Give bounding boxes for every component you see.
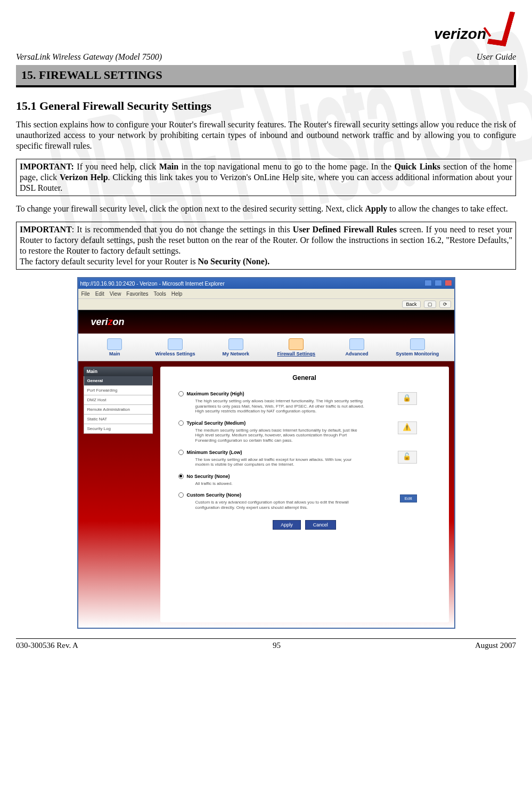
minimize-icon[interactable] — [424, 280, 432, 286]
lock-icon — [398, 392, 417, 405]
warning-icon — [398, 421, 417, 434]
close-icon[interactable] — [445, 280, 452, 286]
brand-z: z — [108, 317, 113, 327]
wireless-icon — [168, 338, 183, 350]
opt-min-desc: The low security setting will allow all … — [195, 457, 366, 467]
sidebar-item-general[interactable]: General — [84, 376, 153, 386]
menu-view[interactable]: View — [110, 291, 121, 297]
box2-bold-udfr: User Defined Firewall Rules — [293, 225, 397, 234]
nav-firewall-label: Firewall Settings — [277, 351, 316, 356]
nav-main-label: Main — [109, 351, 120, 356]
nav-firewall[interactable]: Firewall Settings — [266, 337, 327, 358]
opt-custom: Custom Security (None) Custom is a very … — [178, 492, 438, 510]
toolbar-btn-1[interactable]: ▢ — [424, 301, 436, 308]
firewall-icon — [289, 338, 304, 350]
footer-right: August 2007 — [475, 641, 516, 650]
nav-monitoring[interactable]: System Monitoring — [387, 337, 448, 358]
opt-min: Minimum Security (Low) The low security … — [178, 450, 438, 467]
apply-button[interactable]: Apply — [273, 520, 301, 530]
footer-center: 95 — [273, 641, 281, 650]
network-icon — [228, 338, 243, 350]
settings-panel: General Maximum Security (High) The high — [160, 367, 449, 622]
embedded-screenshot: http://10.16.90.10:2420 - Verizon - Micr… — [77, 277, 455, 629]
brand-pre: veri — [91, 317, 108, 327]
menu-edit[interactable]: Edit — [95, 291, 104, 297]
radio-max[interactable] — [178, 391, 184, 396]
nav-wireless[interactable]: Wireless Settings — [145, 337, 206, 358]
verizon-check-icon — [484, 11, 511, 43]
nav-monitoring-label: System Monitoring — [396, 351, 439, 356]
maximize-icon[interactable] — [435, 280, 442, 286]
footer-rule — [16, 638, 516, 639]
opt-min-label: Minimum Security (Low) — [187, 450, 242, 455]
cancel-button[interactable]: Cancel — [305, 520, 336, 530]
radio-none[interactable] — [178, 474, 184, 479]
vz-header: verizon — [78, 310, 454, 334]
window-titlebar: http://10.16.90.10:2420 - Verizon - Micr… — [78, 278, 454, 289]
sidebar: Main General Port Forwarding DMZ Host Re… — [84, 367, 153, 622]
box1-bold-vzhelp: Verizon Help — [60, 173, 108, 182]
sidebar-item-portfwd[interactable]: Port Forwarding — [84, 386, 153, 395]
button-row: Apply Cancel — [171, 520, 438, 530]
section-banner: 15. FIREWALL SETTINGS — [16, 65, 516, 87]
opt-none-desc: All traffic is allowed. — [195, 481, 366, 486]
para2-b: to allow the changes to take effect. — [387, 204, 508, 213]
doc-title-right: User Guide — [477, 52, 516, 62]
advanced-icon — [349, 338, 364, 350]
sidebar-item-dmz[interactable]: DMZ Host — [84, 395, 153, 405]
opt-none: No Security (None) All traffic is allowe… — [178, 474, 438, 486]
radio-min[interactable] — [178, 450, 184, 455]
radio-typical[interactable] — [178, 420, 184, 426]
box1-bold-quicklinks: Quick Links — [394, 162, 440, 171]
para2-a: To change your firewall security level, … — [16, 204, 365, 213]
important-label-2: IMPORTANT — [20, 225, 72, 234]
toolbar-btn-2[interactable]: ⟳ — [439, 301, 451, 308]
important-label: IMPORTANT: — [20, 162, 74, 171]
opt-custom-label: Custom Security (None) — [187, 492, 242, 498]
opt-typical-desc: The medium security setting only allows … — [195, 428, 366, 443]
logo-row: verizon — [16, 11, 516, 43]
sidebar-item-seclog[interactable]: Security Log — [84, 424, 153, 434]
footer-left: 030-300536 Rev. A — [16, 641, 78, 650]
nav-main[interactable]: Main — [85, 337, 145, 358]
monitoring-icon — [410, 338, 425, 350]
nav-row: Main Wireless Settings My Network Firewa… — [78, 334, 454, 361]
vz-brand: verizon — [91, 317, 125, 328]
browser-toolbar: Back ▢ ⟳ — [78, 298, 454, 310]
box1-text-a: If you need help, click — [74, 162, 159, 171]
nav-network-label: My Network — [222, 351, 249, 356]
footer: 030-300536 Rev. A 95 August 2007 — [16, 641, 516, 650]
unlock-icon — [398, 451, 417, 464]
edit-button[interactable]: Edit — [400, 494, 417, 502]
doc-title-left: VersaLink Wireless Gateway (Model 7500) — [16, 52, 162, 62]
para2-apply: Apply — [365, 204, 388, 213]
menu-tools[interactable]: Tools — [153, 291, 166, 297]
apply-paragraph: To change your firewall security level, … — [16, 204, 516, 214]
subsection-heading: 15.1 General Firewall Security Settings — [16, 99, 516, 113]
header-meta: VersaLink Wireless Gateway (Model 7500) … — [16, 52, 516, 62]
nav-advanced[interactable]: Advanced — [326, 337, 387, 358]
menubar: File Edit View Favorites Tools Help — [78, 289, 454, 298]
box2-line2-a: The factory default security level for y… — [20, 257, 198, 266]
nav-wireless-label: Wireless Settings — [155, 351, 195, 356]
menu-help[interactable]: Help — [171, 291, 183, 297]
main-icon — [107, 338, 122, 350]
opt-max: Maximum Security (High) The high securit… — [178, 391, 438, 414]
window-buttons — [423, 280, 452, 287]
menu-favorites[interactable]: Favorites — [126, 291, 148, 297]
back-button[interactable]: Back — [402, 301, 420, 308]
radio-custom[interactable] — [178, 492, 184, 498]
sidebar-item-static-nat[interactable]: Static NAT — [84, 415, 153, 424]
sidebar-item-remote[interactable]: Remote Administration — [84, 405, 153, 415]
opt-max-label: Maximum Security (High) — [187, 391, 244, 396]
opt-none-label: No Security (None) — [187, 474, 230, 479]
important-box-2: IMPORTANT: It is recommended that you do… — [16, 222, 516, 270]
window-title: http://10.16.90.10:2420 - Verizon - Micr… — [80, 281, 225, 287]
nav-advanced-label: Advanced — [346, 351, 369, 356]
menu-file[interactable]: File — [81, 291, 90, 297]
brand-post: on — [113, 317, 125, 327]
nav-network[interactable]: My Network — [206, 337, 266, 358]
opt-typical: Typical Security (Medium) The medium sec… — [178, 420, 438, 443]
intro-paragraph: This section explains how to configure y… — [16, 119, 516, 151]
opt-max-desc: The high security setting only allows ba… — [195, 399, 366, 414]
